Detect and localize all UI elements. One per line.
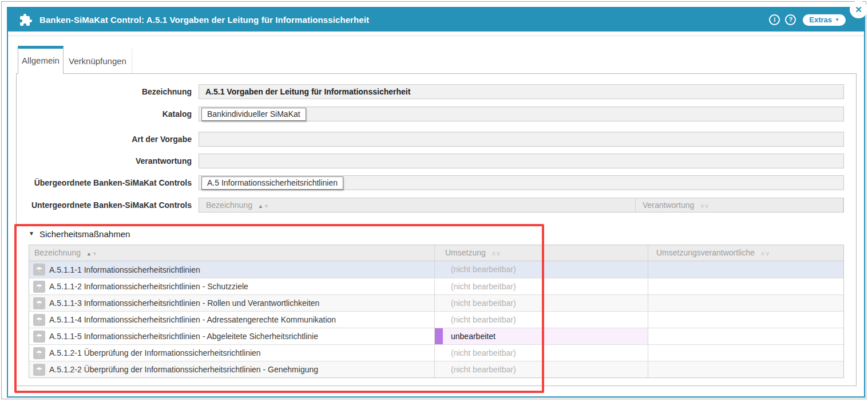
umbrella-icon: ☂ — [33, 364, 45, 376]
titlebar-actions: i ? Extras ▼ — [769, 14, 846, 26]
label-katalog: Katalog — [23, 107, 192, 121]
umsetzungsverantwortliche-cell — [648, 312, 843, 328]
sort-icons: ∧∨ — [492, 246, 501, 261]
column-header-umsetzung[interactable]: Umsetzung∧∨ — [435, 245, 648, 261]
massnahme-bezeichnung: A.5.1.1-1 Informationssicherheitsrichtli… — [49, 265, 200, 274]
help-icon[interactable]: ? — [785, 14, 796, 25]
extras-button[interactable]: Extras ▼ — [803, 14, 846, 26]
umsetzungsverantwortliche-cell — [648, 361, 843, 378]
art-der-vorgabe-field[interactable] — [199, 132, 844, 147]
column-header-umsetzungsverantwortliche[interactable]: Umsetzungsverantwortliche∧∨ — [648, 245, 843, 261]
section-sicherheitsmassnahmen-toggle[interactable]: ▼ Sicherheitsmaßnahmen — [29, 228, 130, 239]
table-row[interactable]: ☂A.5.1.1-3 Informationssicherheitsrichtl… — [29, 294, 843, 311]
umsetzung-value: (nicht bearbeitbar) — [435, 315, 516, 324]
bezeichnung-value: A.5.1 Vorgaben der Leitung für Informati… — [199, 85, 843, 99]
umbrella-icon: ☂ — [33, 314, 45, 326]
umsetzung-value: (nicht bearbeitbar) — [435, 265, 516, 274]
umsetzung-value: (nicht bearbeitbar) — [435, 282, 516, 291]
umbrella-icon: ☂ — [33, 264, 45, 276]
header-divider — [8, 36, 864, 36]
collapse-triangle-icon: ▼ — [29, 231, 34, 237]
table-row[interactable]: ☂A.5.1.1-4 Informationssicherheitsrichtl… — [29, 311, 843, 328]
umbrella-icon: ☂ — [33, 347, 45, 359]
column-header-verantwortung[interactable]: Verantwortung∧∨ — [636, 198, 843, 212]
table-row[interactable]: ☂A.5.1.2-1 Überprüfung der Informationss… — [29, 344, 843, 361]
section-title: Sicherheitsmaßnahmen — [39, 229, 130, 239]
umsetzung-value: (nicht bearbeitbar) — [435, 365, 516, 374]
extras-label: Extras — [809, 15, 832, 24]
verantwortung-field[interactable] — [199, 154, 844, 168]
umbrella-icon: ☂ — [33, 297, 45, 309]
umsetzungsverantwortliche-cell — [648, 328, 843, 344]
column-header-bezeichnung[interactable]: Bezeichnung▲▼ — [199, 198, 636, 212]
dialog-title: Banken-SiMaKat Control: A.5.1 Vorgaben d… — [39, 15, 369, 25]
umsetzung-value: (nicht bearbeitbar) — [435, 298, 516, 308]
puzzle-icon — [19, 13, 33, 27]
massnahme-bezeichnung: A.5.1.2-2 Überprüfung der Informationssi… — [49, 365, 318, 374]
umsetzungsverantwortliche-cell — [648, 261, 843, 278]
sicherheitsmassnahmen-table: Bezeichnung▲▼ Umsetzung∧∨ Umsetzungsvera… — [29, 245, 844, 378]
untergeordnete-controls-table-header: Bezeichnung▲▼ Verantwortung∧∨ — [199, 198, 844, 213]
column-header-bezeichnung[interactable]: Bezeichnung▲▼ — [29, 245, 435, 261]
tab-verknuepfungen[interactable]: Verknüpfungen — [64, 49, 132, 73]
label-art-der-vorgabe: Art der Vorgabe — [23, 132, 192, 147]
umsetzung-value: (nicht bearbeitbar) — [435, 348, 516, 357]
table-row[interactable]: ☂A.5.1.1-2 Informationssicherheitsrichtl… — [29, 278, 843, 294]
katalog-field[interactable]: Bankindividueller SiMaKat — [199, 107, 844, 121]
katalog-chip[interactable]: Bankindividueller SiMaKat — [201, 108, 306, 121]
massnahme-bezeichnung: A.5.1.1-4 Informationssicherheitsrichtli… — [49, 315, 336, 324]
tab-allgemein[interactable]: Allgemein — [18, 46, 64, 74]
uebergeordnetes-control-chip[interactable]: A.5 Informationssicherheitsrichtlinien — [201, 176, 343, 190]
umbrella-icon: ☂ — [33, 281, 45, 293]
sort-icons: ∧∨ — [760, 246, 770, 261]
label-verantwortung: Verantwortung — [23, 154, 192, 168]
app-window: Banken-SiMaKat Control: A.5.1 Vorgaben d… — [0, 0, 868, 401]
label-untergeordnete-controls: Untergeordnete Banken-SiMaKat Controls — [23, 198, 192, 213]
label-bezeichnung: Bezeichnung — [23, 84, 192, 99]
dialog-titlebar: Banken-SiMaKat Control: A.5.1 Vorgaben d… — [8, 8, 864, 32]
table-row[interactable]: ☂A.5.1.2-2 Überprüfung der Informationss… — [29, 361, 843, 378]
sort-icons: ▲▼ — [258, 199, 269, 213]
umsetzungsverantwortliche-cell — [648, 295, 843, 311]
bezeichnung-field[interactable]: A.5.1 Vorgaben der Leitung für Informati… — [199, 84, 844, 99]
status-marker-unbearbeitet — [435, 328, 443, 344]
umsetzungsverantwortliche-cell — [648, 345, 843, 361]
massnahme-bezeichnung: A.5.1.1-5 Informationssicherheitsrichtli… — [49, 332, 318, 341]
umsetzung-value: unbearbeitet — [435, 332, 496, 341]
sort-icons: ∧∨ — [700, 199, 709, 213]
massnahme-bezeichnung: A.5.1.1-3 Informationssicherheitsrichtli… — [49, 298, 319, 308]
label-uebergeordnete-controls: Übergeordnete Banken-SiMaKat Controls — [23, 175, 192, 190]
sort-icons: ▲▼ — [86, 246, 98, 262]
chevron-down-icon: ▼ — [835, 18, 839, 22]
close-icon[interactable]: ✕ — [850, 1, 867, 18]
umsetzungsverantwortliche-cell — [648, 278, 843, 294]
massnahme-bezeichnung: A.5.1.1-2 Informationssicherheitsrichtli… — [49, 282, 248, 291]
table-header-row: Bezeichnung▲▼ Umsetzung∧∨ Umsetzungsvera… — [29, 245, 843, 261]
table-row[interactable]: ☂A.5.1.1-1 Informationssicherheitsrichtl… — [29, 261, 843, 278]
massnahme-bezeichnung: A.5.1.2-1 Überprüfung der Informationssi… — [49, 348, 261, 357]
table-row[interactable]: ☂A.5.1.1-5 Informationssicherheitsrichtl… — [29, 328, 843, 344]
info-icon[interactable]: i — [769, 14, 780, 25]
umbrella-icon: ☂ — [33, 331, 45, 343]
uebergeordnete-controls-field[interactable]: A.5 Informationssicherheitsrichtlinien — [199, 175, 844, 190]
